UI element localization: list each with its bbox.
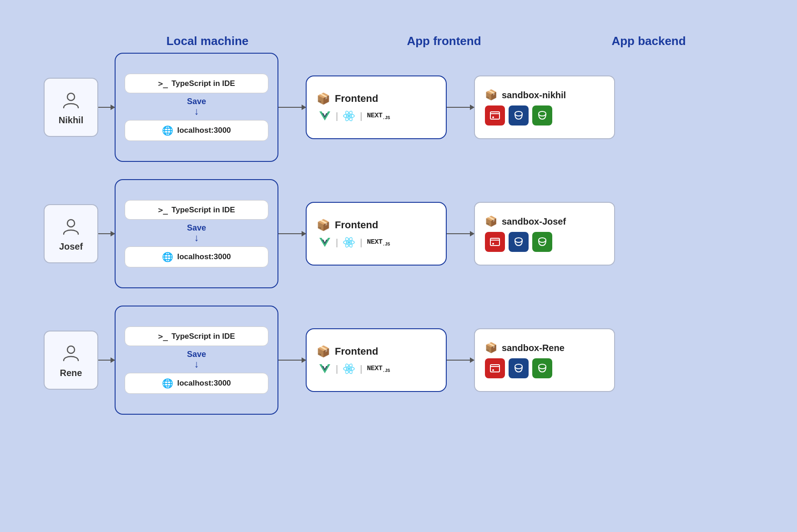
service-icon-blue-nikhil <box>509 105 529 125</box>
local-inner-rene: >_ TypeScript in IDE Save ↓ 🌐 localhost:… <box>125 326 268 394</box>
arrow-local-to-frontend-josef <box>278 233 306 234</box>
arrow-rene-to-local <box>98 360 115 361</box>
frontend-title-row-josef: 📦 Frontend <box>317 219 378 231</box>
rows-area: Nikhil >_ TypeScript in IDE Save ↓ <box>44 53 753 415</box>
svg-point-3 <box>348 115 350 117</box>
svg-point-35 <box>539 364 546 369</box>
svg-point-22 <box>515 238 522 242</box>
svg-rect-7 <box>490 112 499 119</box>
ide-box-nikhil: >_ TypeScript in IDE <box>125 74 268 93</box>
service-icon-green-nikhil <box>532 105 552 125</box>
diagram-container: Local machine App frontend App backend N… <box>16 16 781 516</box>
svg-point-34 <box>515 364 522 369</box>
down-arrow-nikhil: ↓ <box>194 106 199 116</box>
react-logo-josef <box>343 236 355 249</box>
column-headers: Local machine App frontend App backend <box>44 34 753 48</box>
react-logo-rene <box>343 362 355 375</box>
save-row-rene: Save ↓ <box>187 349 206 370</box>
tech-row-nikhil: | | NEXT.JS <box>318 110 390 122</box>
svg-point-12 <box>67 220 75 227</box>
tech-row-rene: | | NEXT.JS <box>318 362 390 375</box>
svg-rect-19 <box>490 238 499 246</box>
down-arrow-rene: ↓ <box>194 359 199 369</box>
arrow-nikhil-to-local <box>98 107 115 108</box>
sep2-josef: | <box>360 237 362 248</box>
service-icon-red-nikhil <box>485 105 505 125</box>
arrow-frontend-to-backend-nikhil <box>447 107 474 108</box>
frontend-box-rene: 📦 Frontend | | NEXT <box>306 328 447 392</box>
backend-title-rene: sandbox-Rene <box>502 343 565 353</box>
svg-point-10 <box>515 111 522 116</box>
local-inner-josef: >_ TypeScript in IDE Save ↓ 🌐 localhost:… <box>125 200 268 267</box>
frontend-title-rene: Frontend <box>335 346 378 357</box>
save-label-nikhil: Save <box>187 97 206 106</box>
vue-logo-josef <box>318 236 331 249</box>
nextjs-logo-nikhil: NEXT.JS <box>367 112 390 120</box>
nextjs-logo-josef: NEXT.JS <box>367 238 390 247</box>
row-nikhil: Nikhil >_ TypeScript in IDE Save ↓ <box>44 53 753 162</box>
arrow-josef-to-local <box>98 233 115 234</box>
save-row-josef: Save ↓ <box>187 222 206 244</box>
localhost-label-josef: localhost:3000 <box>177 252 231 261</box>
frontend-box-nikhil: 📦 Frontend | <box>306 75 447 139</box>
frontend-title-nikhil: Frontend <box>335 93 378 105</box>
svg-point-8 <box>492 116 494 118</box>
service-icon-green-josef <box>532 232 552 252</box>
local-inner-nikhil: >_ TypeScript in IDE Save ↓ 🌐 localhost:… <box>125 74 268 141</box>
sep1-nikhil: | <box>336 111 338 121</box>
backend-title-josef: sandbox-Josef <box>502 216 566 227</box>
user-icon-nikhil <box>61 90 81 111</box>
sep2-rene: | <box>360 364 362 374</box>
vue-logo-nikhil <box>318 110 331 122</box>
col-header-backend: App backend <box>571 34 726 48</box>
local-machine-box-josef: >_ TypeScript in IDE Save ↓ 🌐 localhost:… <box>115 179 278 288</box>
ide-label-josef: TypeScript in IDE <box>172 206 235 215</box>
svg-point-15 <box>348 241 350 244</box>
backend-title-row-rene: 📦 sandbox-Rene <box>485 342 565 354</box>
ide-label-nikhil: TypeScript in IDE <box>172 79 235 88</box>
nextjs-logo-rene: NEXT.JS <box>367 365 390 373</box>
localhost-box-rene: 🌐 localhost:3000 <box>125 373 268 394</box>
sep1-josef: | <box>336 237 338 248</box>
arrow-local-to-frontend-nikhil <box>278 107 306 108</box>
globe-icon-rene: 🌐 <box>162 378 173 389</box>
sep2-nikhil: | <box>360 111 362 121</box>
cube-icon-frontend-rene: 📦 <box>317 345 330 358</box>
user-icon-rene <box>61 342 81 364</box>
save-row-nikhil: Save ↓ <box>187 96 206 117</box>
svg-point-27 <box>348 367 350 370</box>
svg-rect-31 <box>490 365 499 372</box>
down-arrow-josef: ↓ <box>194 233 199 243</box>
svg-point-0 <box>67 93 75 100</box>
arrow-frontend-to-backend-rene <box>447 360 474 361</box>
row-rene: Rene >_ TypeScript in IDE Save ↓ 🌐 local… <box>44 306 753 415</box>
service-icons-josef <box>485 232 552 252</box>
backend-box-nikhil: 📦 sandbox-nikhil <box>474 75 615 139</box>
cube-icon-backend-nikhil: 📦 <box>485 89 497 101</box>
frontend-title-row-rene: 📦 Frontend <box>317 345 378 358</box>
save-label-josef: Save <box>187 223 206 233</box>
row-josef: Josef >_ TypeScript in IDE Save ↓ 🌐 loca… <box>44 179 753 288</box>
col-header-frontend: App frontend <box>371 34 517 48</box>
cube-icon-frontend-josef: 📦 <box>317 219 330 231</box>
ide-box-rene: >_ TypeScript in IDE <box>125 326 268 346</box>
backend-box-rene: 📦 sandbox-Rene <box>474 328 615 392</box>
svg-point-23 <box>539 238 546 242</box>
user-name-rene: Rene <box>60 368 82 378</box>
service-icons-nikhil <box>485 105 552 125</box>
cube-icon-backend-josef: 📦 <box>485 216 497 227</box>
user-box-josef: Josef <box>44 204 98 263</box>
frontend-title-josef: Frontend <box>335 219 378 231</box>
tech-row-josef: | | NEXT.JS <box>318 236 390 249</box>
svg-point-24 <box>67 346 75 353</box>
frontend-title-row-nikhil: 📦 Frontend <box>317 92 378 105</box>
terminal-icon-nikhil: >_ <box>158 79 168 88</box>
service-icons-rene <box>485 358 552 378</box>
user-box-rene: Rene <box>44 331 98 390</box>
arrow-frontend-to-backend-josef <box>447 233 474 234</box>
svg-point-32 <box>492 369 494 371</box>
sep1-rene: | <box>336 364 338 374</box>
globe-icon-josef: 🌐 <box>162 251 173 262</box>
user-name-nikhil: Nikhil <box>59 115 83 125</box>
terminal-icon-josef: >_ <box>158 205 168 215</box>
